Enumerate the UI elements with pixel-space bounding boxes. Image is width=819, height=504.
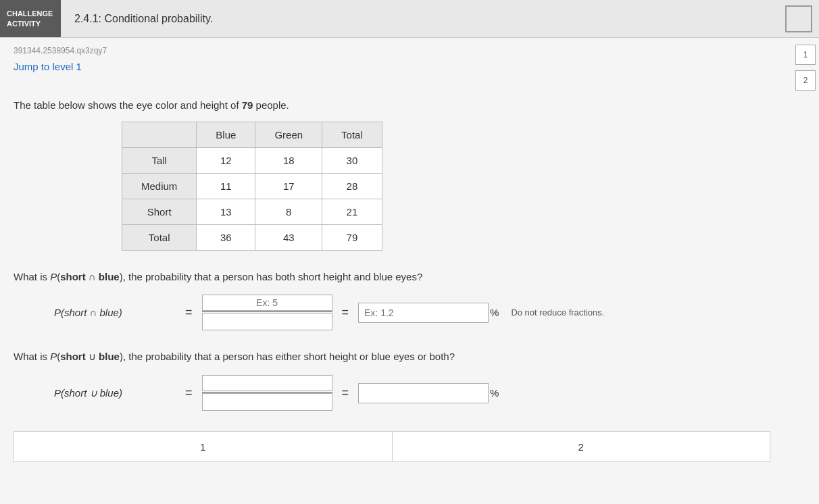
row-label-tall: Tall: [122, 148, 197, 174]
question1-text: What is P(short ∩ blue), the probability…: [14, 271, 770, 282]
percent1-group: %: [358, 303, 499, 323]
question1-label: P(short ∩ blue): [54, 307, 176, 318]
cell-total-total: 79: [322, 225, 382, 251]
cell-tall-total: 30: [322, 148, 382, 174]
table-row: Short 13 8 21: [122, 199, 382, 225]
eye-height-table: Blue Green Total Tall 12 18 30 Medium 11…: [122, 122, 382, 251]
cell-total-green: 43: [255, 225, 322, 251]
challenge-badge: CHALLENGE ACTIVITY: [0, 0, 61, 37]
nav-item-1[interactable]: 1: [14, 432, 393, 461]
percent2-sign: %: [490, 387, 499, 399]
equals4: =: [339, 386, 352, 400]
question2-fraction-row: P(short ∪ blue) = = %: [54, 375, 770, 411]
badge-line1: CHALLENGE: [7, 9, 53, 18]
table-header-total: Total: [322, 122, 382, 148]
fraction1-numerator-input[interactable]: [208, 297, 326, 308]
fraction2-denominator[interactable]: [202, 393, 332, 411]
percent2-group: %: [358, 383, 499, 403]
session-id: 391344.2538954.qx3zqy7: [14, 46, 770, 55]
intro-text-before: The table below shows the eye color and …: [14, 99, 242, 111]
cell-short-green: 8: [255, 199, 322, 225]
table-row: Medium 11 17 28: [122, 174, 382, 199]
fraction1-denominator[interactable]: [202, 313, 332, 330]
fraction2-denominator-input[interactable]: [208, 397, 326, 407]
main-content: 391344.2538954.qx3zqy7 Jump to level 1 T…: [0, 38, 784, 476]
cell-short-blue: 13: [197, 199, 255, 225]
cell-tall-green: 18: [255, 148, 322, 174]
nav-item-2[interactable]: 2: [393, 432, 770, 461]
badge-line2: ACTIVITY: [7, 19, 53, 28]
intro-paragraph: The table below shows the eye color and …: [14, 99, 770, 111]
cell-medium-green: 17: [255, 174, 322, 199]
row-label-short: Short: [122, 199, 197, 225]
table-header-green: Green: [255, 122, 322, 148]
bookmark-icon[interactable]: [785, 5, 812, 32]
fraction1-numerator[interactable]: [202, 295, 332, 311]
question2-label: P(short ∪ blue): [54, 387, 176, 399]
cell-short-total: 21: [322, 199, 382, 225]
fraction1: [202, 295, 332, 330]
table-header-empty: [122, 122, 197, 148]
fraction2-numerator-input[interactable]: [208, 378, 326, 388]
equals1: =: [182, 305, 195, 320]
cell-medium-blue: 11: [197, 174, 255, 199]
fraction-line: [202, 311, 332, 312]
level-sidebar: 1 2: [792, 38, 819, 91]
row-label-total: Total: [122, 225, 197, 251]
jump-to-level-link[interactable]: Jump to level 1: [14, 61, 82, 72]
fraction2-numerator[interactable]: [202, 375, 332, 391]
fraction-line2: [202, 392, 332, 393]
decimal1-input[interactable]: [358, 303, 489, 323]
cell-medium-total: 28: [322, 174, 382, 199]
intro-text-after: people.: [253, 99, 289, 111]
decimal2-input[interactable]: [358, 383, 489, 403]
table-header-blue: Blue: [197, 122, 255, 148]
level1-button[interactable]: 1: [795, 45, 816, 65]
fraction1-denominator-input[interactable]: [208, 316, 326, 327]
page-title: 2.4.1: Conditional probability.: [61, 13, 226, 25]
question1-fraction-row: P(short ∩ blue) = = % Do not reduce frac…: [54, 295, 770, 330]
equals2: =: [339, 305, 352, 320]
question2-text: What is P(short ∪ blue), the probability…: [14, 351, 770, 363]
cell-total-blue: 36: [197, 225, 255, 251]
cell-tall-blue: 12: [197, 148, 255, 174]
table-row: Total 36 43 79: [122, 225, 382, 251]
row-label-medium: Medium: [122, 174, 197, 199]
table-row: Tall 12 18 30: [122, 148, 382, 174]
intro-count: 79: [242, 99, 253, 111]
fraction2: [202, 375, 332, 411]
bottom-navigation: 1 2: [14, 431, 770, 462]
level2-button[interactable]: 2: [795, 70, 816, 91]
equals3: =: [182, 386, 195, 400]
percent1-sign: %: [490, 307, 499, 318]
app-header: CHALLENGE ACTIVITY 2.4.1: Conditional pr…: [0, 0, 819, 38]
note-text: Do not reduce fractions.: [511, 307, 604, 318]
